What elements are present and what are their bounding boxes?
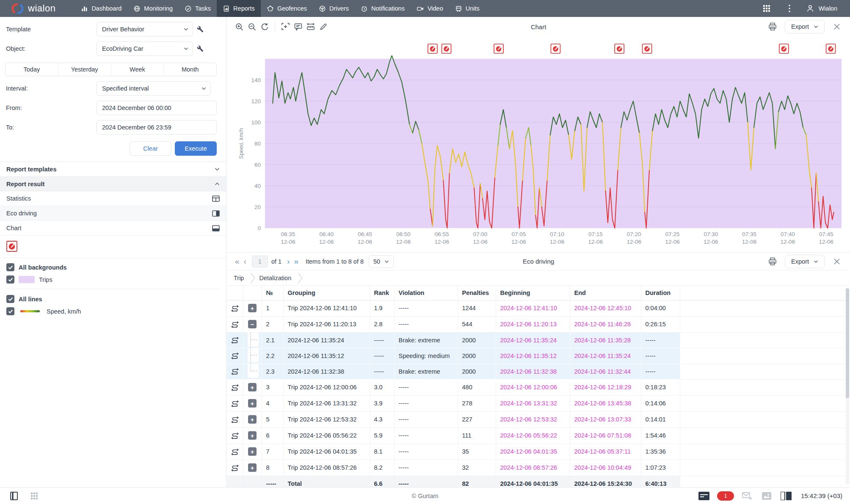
quick-range-yesterday[interactable]: Yesterday [58,63,111,76]
nav-item-monitoring[interactable]: Monitoring [127,0,179,17]
column-header[interactable]: Violation [394,286,458,300]
cell-beginning[interactable]: 2024-12-06 12:53:32 [496,411,570,427]
zoom-out-icon[interactable] [246,20,258,33]
nav-item-geofences[interactable]: Geofences [261,0,313,17]
trips-checkbox[interactable] [6,275,14,284]
first-page-button[interactable]: « [233,257,242,266]
cell-end[interactable]: 2024-12-06 11:35:24 [570,348,641,364]
nav-item-tasks[interactable]: Tasks [179,0,217,17]
violation-gauge-icon[interactable] [6,241,220,252]
print-icon[interactable] [766,20,779,33]
media-icon[interactable] [760,490,773,502]
bottom-grid-icon[interactable] [28,490,41,502]
apps-grid-icon[interactable] [760,2,773,15]
collapse-row-button[interactable]: − [248,320,257,328]
show-track-icon[interactable] [231,464,239,471]
report-templates-section[interactable]: Report templates [0,162,226,176]
show-track-icon[interactable] [231,432,239,439]
show-track-icon[interactable] [231,321,239,328]
nav-item-drivers[interactable]: Drivers [313,0,355,17]
table-scrollbar[interactable] [846,288,849,485]
show-track-icon[interactable] [231,368,239,375]
table-subrow[interactable]: 2.22024-12-06 11:35:12-----Speeding: med… [227,348,850,364]
table-row[interactable]: +3Trip 2024-12-06 12:00:063.0-----480202… [227,379,850,395]
violation-marker-icon[interactable] [779,44,789,53]
toggle-left-panel-icon[interactable] [8,490,20,502]
messages-icon[interactable] [741,490,753,502]
column-header[interactable]: End [570,286,641,300]
breadcrumb-trip[interactable]: Trip [233,275,247,281]
expand-row-button[interactable]: + [248,463,257,472]
show-track-icon[interactable] [231,384,239,391]
cell-beginning[interactable]: 2024-12-06 11:35:24 [496,332,570,348]
show-track-icon[interactable] [231,352,239,359]
cell-end[interactable]: 2024-12-06 05:37:11 [570,443,641,460]
all-lines-checkbox[interactable] [6,295,14,303]
next-page-button[interactable]: › [285,257,292,266]
violation-marker-icon[interactable] [826,44,836,53]
user-menu[interactable]: Wialon [806,4,837,13]
nav-item-video[interactable]: Video [411,0,449,17]
cell-end[interactable]: 2024-12-06 07:51:08 [570,427,641,443]
table-row[interactable]: +4Trip 2024-12-06 13:31:323.9-----278202… [227,395,850,411]
cell-beginning[interactable]: 2024-12-06 11:20:13 [496,316,570,332]
column-header[interactable]: Grouping [283,286,370,300]
column-header[interactable]: Rank [370,286,394,300]
interval-select[interactable]: Specified interval [97,81,211,96]
violation-marker-icon[interactable] [494,44,503,53]
chart-export-button[interactable]: Export [785,20,825,33]
table-subrow[interactable]: 2.12024-12-06 11:35:24-----Brake: extrem… [227,332,850,348]
speed-chart[interactable]: 020406080100120140Speed, km/h06:3512-060… [227,36,850,252]
column-header[interactable]: Beginning [496,286,570,300]
result-item-eco-driving[interactable]: Eco driving [0,206,226,221]
template-select[interactable]: Driver Behavior [97,22,193,36]
ruler-icon[interactable] [304,20,317,33]
cell-end[interactable]: 2024-12-06 13:07:33 [570,411,641,427]
cell-end[interactable]: 2024-12-06 12:45:10 [570,300,641,316]
cell-end[interactable]: 2024-12-06 11:32:44 [570,364,641,379]
log-console-icon[interactable] [698,490,710,502]
column-header[interactable]: Duration [641,286,680,300]
nav-item-units[interactable]: Units [449,0,486,17]
table-subrow[interactable]: 2.32024-12-06 11:32:38-----Brake: extrem… [227,364,850,379]
breadcrumb-detalization[interactable]: Detalization [258,275,295,281]
expand-row-button[interactable]: + [248,415,257,424]
quick-range-week[interactable]: Week [111,63,164,76]
cell-beginning[interactable]: 2024-12-06 12:00:06 [496,379,570,395]
cell-beginning[interactable]: 2024-12-06 04:01:35 [496,443,570,460]
all-backgrounds-checkbox[interactable] [6,263,14,271]
show-track-icon[interactable] [231,416,239,423]
column-header[interactable]: Penalties [458,286,496,300]
cell-beginning[interactable]: 2024-12-06 11:32:38 [496,364,570,379]
quick-range-today[interactable]: Today [6,63,58,76]
violation-marker-icon[interactable] [643,44,652,53]
table-row[interactable]: +5Trip 2024-12-06 12:53:324.3-----227202… [227,411,850,427]
report-result-section[interactable]: Report result [0,176,226,191]
violation-marker-icon[interactable] [428,44,437,53]
template-settings-button[interactable] [193,22,207,36]
chart-close-icon[interactable] [831,20,843,33]
table-row[interactable]: +1Trip 2024-12-06 12:41:101.9-----124420… [227,300,850,316]
execute-button[interactable]: Execute [175,141,217,156]
cell-beginning[interactable]: 2024-12-06 13:31:32 [496,395,570,411]
result-item-chart[interactable]: Chart [0,221,226,236]
expand-row-button[interactable]: + [248,383,257,391]
notification-badge[interactable]: 1 [717,491,734,501]
cell-end[interactable]: 2024-12-06 11:46:28 [570,316,641,332]
reset-zoom-icon[interactable] [258,20,271,33]
last-page-button[interactable]: » [292,257,301,266]
fit-selection-icon[interactable] [279,20,292,33]
table-row[interactable]: +6Trip 2024-12-06 05:56:225.9-----111202… [227,427,850,443]
column-header[interactable]: № [262,286,283,300]
violation-marker-icon[interactable] [442,44,451,53]
nav-item-reports[interactable]: Reports [217,0,261,17]
show-track-icon[interactable] [231,305,239,312]
from-input[interactable]: 2024 December 06 00:00 [97,101,217,115]
speed-checkbox[interactable] [6,307,14,315]
cell-beginning[interactable]: 2024-12-06 11:35:12 [496,348,570,364]
cell-end[interactable]: 2024-12-06 11:35:28 [570,332,641,348]
show-track-icon[interactable] [231,448,239,455]
to-input[interactable]: 2024 December 06 23:59 [97,120,217,135]
cell-beginning[interactable]: 2024-12-06 08:57:26 [496,460,570,476]
cell-end[interactable]: 2024-12-06 10:04:49 [570,460,641,476]
